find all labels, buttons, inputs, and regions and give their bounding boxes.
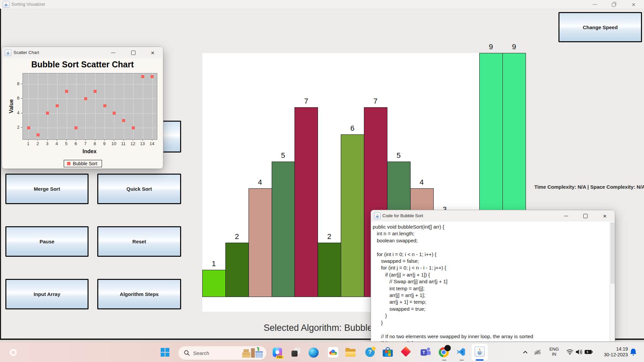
java-app-taskbar-button[interactable]: [471, 344, 488, 361]
x-tick-mark: [143, 139, 143, 141]
scatter-legend: Bubble Sort: [64, 160, 102, 167]
vscode-button[interactable]: [456, 347, 466, 357]
wifi-tray-button[interactable]: [566, 349, 574, 355]
close-button[interactable]: ×: [145, 47, 160, 58]
change-speed-button[interactable]: Change Speed: [558, 12, 642, 42]
notifications-button[interactable]: [629, 348, 637, 357]
scatter-point: [56, 104, 59, 107]
minimize-button[interactable]: [106, 47, 120, 58]
reset-label: Reset: [132, 239, 146, 244]
speaker-icon: [575, 349, 583, 355]
edge-browser-button[interactable]: [309, 348, 319, 358]
scatter-point: [74, 126, 77, 129]
scatter-point: [65, 90, 68, 93]
java-app-icon: [5, 49, 11, 56]
java-app-icon: [374, 213, 381, 219]
gridline-horizontal: [23, 113, 157, 114]
tray-chevron-up-button[interactable]: [522, 349, 529, 356]
x-tick-mark: [95, 139, 95, 141]
x-tick-label: 6: [72, 141, 80, 146]
gridline-vertical: [38, 73, 38, 139]
x-tick-mark: [66, 139, 67, 141]
question-circle-icon: ?: [365, 348, 375, 357]
scatter-window-titlebar: Scatter Chart ×: [2, 47, 163, 58]
copilot-icon: PRE: [273, 348, 282, 357]
scrollbar-thumb[interactable]: [611, 223, 614, 284]
x-tick-label: 4: [53, 141, 61, 146]
chrome-notification-dot: [444, 345, 451, 351]
code-text-area[interactable]: public void bubbleSort(int[] arr) { int …: [373, 224, 533, 347]
merge-sort-button[interactable]: Merge Sort: [5, 174, 89, 204]
code-window: Code for Bubble Sort × public void bubbl…: [371, 210, 615, 342]
scatter-x-axis-label: Index: [56, 148, 123, 155]
scatter-y-axis-label: Value: [8, 86, 14, 126]
x-tick-label: 5: [62, 141, 70, 146]
scatter-point: [46, 112, 49, 115]
chrome-running-indicator: [442, 360, 446, 361]
minimize-button[interactable]: [558, 210, 573, 222]
gridline-vertical: [29, 73, 29, 139]
algorithm-steps-button[interactable]: Algorithm Steps: [97, 279, 181, 309]
overlapping-squares-icon: [291, 348, 300, 357]
scatter-chart-window: Scatter Chart × Bubble Sort Scatter Char…: [2, 47, 163, 169]
search-box[interactable]: Search: [178, 346, 267, 360]
x-tick-label: 14: [148, 141, 156, 146]
scatter-point: [151, 75, 154, 78]
copilot-preview-button[interactable]: PRE: [273, 348, 282, 357]
y-tick-label: 8: [11, 81, 19, 86]
windows-start-button[interactable]: [161, 348, 169, 357]
quick-sort-button[interactable]: Quick Sort: [97, 174, 181, 204]
tray-date: 30-12-2023: [598, 352, 628, 358]
java-cup-icon: [475, 347, 485, 357]
vscode-running-indicator: [460, 360, 464, 361]
maximize-button[interactable]: [578, 210, 593, 222]
search-placeholder: Search: [193, 350, 241, 356]
reset-button[interactable]: Reset: [97, 226, 181, 257]
microsoft-store-button[interactable]: [383, 347, 393, 357]
maximize-button[interactable]: [126, 47, 141, 58]
language-indicator[interactable]: ENG IN: [548, 347, 560, 357]
x-tick-mark: [47, 139, 48, 141]
language-line2: IN: [548, 352, 560, 357]
quick-assist-button[interactable]: ?: [365, 348, 375, 357]
x-tick-mark: [133, 139, 133, 141]
java-app-icon: [3, 1, 9, 8]
close-button[interactable]: ×: [597, 210, 612, 222]
close-button[interactable]: ×: [626, 0, 641, 9]
gridline-vertical: [124, 73, 124, 139]
language-line1: ENG: [548, 347, 560, 352]
wifi-icon: [566, 349, 574, 355]
x-tick-label: 9: [100, 141, 108, 146]
minimize-button[interactable]: [587, 0, 602, 9]
snipping-app-button[interactable]: [291, 348, 300, 357]
diamond-app-button[interactable]: [402, 348, 410, 355]
x-tick-mark: [114, 139, 114, 141]
gridline-horizontal: [23, 128, 157, 128]
cloud-slash-icon: [533, 349, 542, 356]
battery-tray-button[interactable]: [584, 349, 593, 355]
edge-icon: [309, 348, 319, 358]
file-explorer-button[interactable]: [345, 348, 356, 357]
y-tick-mark: [21, 127, 22, 128]
search-highlight-illustration-icon: [241, 347, 264, 359]
volume-tray-button[interactable]: [575, 349, 583, 355]
x-tick-mark: [76, 139, 76, 141]
teams-icon: T: [421, 348, 431, 357]
scatter-point: [84, 97, 87, 100]
teams-button[interactable]: T: [421, 348, 431, 357]
gridline-vertical: [86, 73, 86, 139]
pause-button[interactable]: Pause: [5, 226, 89, 257]
x-tick-label: 2: [34, 141, 42, 146]
restore-button[interactable]: [606, 0, 622, 9]
input-array-button[interactable]: Input Array: [5, 279, 89, 309]
legend-marker-icon: [67, 162, 70, 165]
vertical-scrollbar[interactable]: [610, 222, 615, 342]
change-speed-label: Change Speed: [583, 24, 618, 30]
gridline-horizontal: [23, 84, 157, 84]
onedrive-tray-button[interactable]: [533, 349, 542, 356]
clock[interactable]: 14:19 30-12-2023: [598, 346, 628, 358]
google-cloud-button[interactable]: [328, 347, 338, 358]
battery-charging-icon: [584, 349, 593, 355]
taskbar-left-logo-icon[interactable]: [9, 348, 18, 357]
legend-series-label: Bubble Sort: [73, 161, 97, 166]
